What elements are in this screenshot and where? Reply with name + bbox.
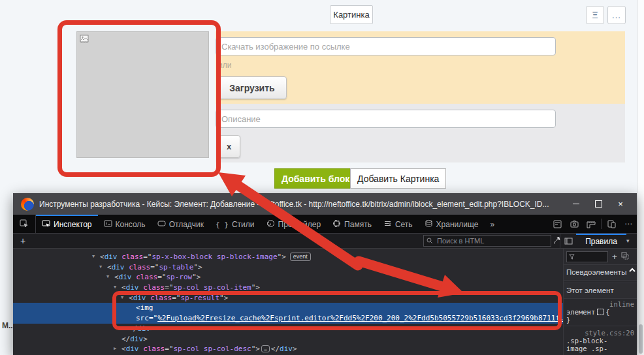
- tab-Сеть[interactable]: Сеть: [378, 215, 419, 233]
- firefox-icon: [21, 198, 34, 211]
- block-menu-button[interactable]: Ξ: [586, 6, 604, 24]
- search-box[interactable]: [423, 235, 551, 247]
- rule-source-link[interactable]: style.css:20: [566, 329, 634, 337]
- expand-arrow-icon[interactable]: ▼: [92, 252, 95, 262]
- stylesheet-rule: style.css:20 .sp-block- image .sp-: [564, 326, 637, 352]
- devtools-window: Инструменты разработчика - Кейсы: Элемен…: [13, 193, 637, 355]
- add-block-button[interactable]: Добавить блок: [274, 168, 357, 189]
- tab-Инспектор[interactable]: Инспектор: [36, 215, 98, 233]
- devtools-toolbar-icons: ⋯: [549, 215, 637, 233]
- more-tabs-chevron[interactable]: »: [484, 215, 500, 233]
- network-icon: [383, 219, 392, 230]
- code-token: <: [114, 273, 119, 281]
- block-title-picture[interactable]: Картинка: [330, 5, 373, 24]
- code-token: =": [150, 263, 159, 271]
- inspector-toolbar: + Правила ▾: [13, 234, 637, 249]
- storage-icon: [425, 219, 433, 230]
- divider: [601, 219, 602, 229]
- code-token: ">: [251, 345, 260, 353]
- html-tree-line[interactable]: ▼<div class="sp-x-box-block sp-block-ima…: [13, 252, 563, 262]
- code-token: ">: [278, 253, 286, 261]
- block-more-button[interactable]: ...: [607, 6, 626, 24]
- pseudo-elements-header[interactable]: Псевдоэлементы: [564, 265, 637, 281]
- close-button[interactable]: ×: [609, 196, 632, 212]
- upload-button[interactable]: Загрузить: [217, 76, 287, 99]
- code-token: class: [143, 345, 165, 353]
- add-rule-button[interactable]: +: [612, 252, 617, 262]
- tab-label: Сеть: [395, 220, 413, 229]
- hamburger-icon: Ξ: [592, 10, 598, 20]
- highlight-target-icon[interactable]: [597, 309, 604, 315]
- expand-arrow-icon[interactable]: ▶: [114, 344, 116, 354]
- collapsed-content-badge[interactable]: …: [261, 345, 270, 352]
- rule-source[interactable]: inline: [566, 300, 634, 308]
- code-token: <: [121, 345, 126, 353]
- remove-block-button[interactable]: x: [217, 135, 240, 158]
- screenshot-camera-icon[interactable]: [566, 215, 583, 233]
- meatball-menu-icon[interactable]: ⋯: [620, 215, 637, 233]
- tab-label: Отладчик: [169, 220, 204, 229]
- responsive-mode-icon[interactable]: [603, 215, 620, 233]
- rule-selector-line1[interactable]: .sp-block-: [566, 337, 634, 345]
- maximize-button[interactable]: [587, 196, 609, 212]
- search-icon: [427, 238, 433, 244]
- code-token: =": [143, 253, 152, 261]
- element-picker-button[interactable]: [13, 215, 36, 233]
- rules-filter-row: +: [564, 249, 637, 265]
- code-token: class: [121, 253, 143, 261]
- print-media-icon[interactable]: [621, 252, 629, 261]
- tab-Профайлер[interactable]: Профайлер: [261, 215, 327, 233]
- html-tree-line[interactable]: ▼<div class="sp-row">: [13, 272, 563, 283]
- html-tree-line[interactable]: </div>: [13, 334, 563, 345]
- expand-arrow-icon[interactable]: ▼: [106, 272, 109, 283]
- minimize-button[interactable]: [565, 196, 587, 212]
- page-scrollbar[interactable]: [637, 0, 644, 355]
- memory-icon: [332, 219, 341, 230]
- code-token: </: [271, 345, 280, 353]
- tab-Консоль[interactable]: Консоль: [98, 215, 152, 233]
- page-scrollbar-thumb[interactable]: [639, 324, 643, 354]
- code-token: div: [112, 263, 125, 271]
- chevron-down-icon[interactable]: ▾: [626, 238, 637, 244]
- code-token: >: [143, 335, 148, 343]
- description-input[interactable]: [216, 110, 556, 128]
- tab-Хранилище[interactable]: Хранилище: [419, 215, 485, 233]
- create-node-button[interactable]: +: [13, 236, 33, 246]
- filter-styles-input[interactable]: [566, 251, 608, 262]
- expand-arrow-icon[interactable]: ▼: [99, 262, 102, 273]
- code-token: >: [293, 345, 297, 353]
- code-token: </: [121, 335, 130, 343]
- scroll-up-arrow[interactable]: [629, 266, 636, 274]
- rule-selector[interactable]: элемент{: [566, 308, 634, 316]
- maximize-icon: [595, 200, 602, 208]
- code-token: class: [136, 273, 157, 281]
- measure-ruler-icon[interactable]: [583, 215, 600, 233]
- devtools-titlebar[interactable]: Инструменты разработчика - Кейсы: Элемен…: [13, 193, 637, 215]
- html-tree-line[interactable]: ▼<div class="sp-table">: [13, 262, 563, 273]
- tab-Отладчик[interactable]: Отладчик: [152, 215, 210, 233]
- code-token: div: [130, 335, 143, 343]
- sidebar-header: Правила ▾: [560, 234, 637, 248]
- ellipsis-icon: ...: [612, 10, 621, 20]
- braces-icon: { }: [216, 220, 229, 229]
- tab-label: Инспектор: [54, 220, 92, 229]
- devtools-tabbar: ИнспекторКонсольОтладчик{ }СтилиПрофайле…: [13, 215, 637, 234]
- add-picture-button[interactable]: Добавить Картинка: [350, 168, 446, 189]
- rule-selector-line2[interactable]: image .sp-: [566, 345, 634, 352]
- code-token: sp-table: [159, 263, 194, 271]
- screen: Картинка Ξ ... или Загрузить x Добавить …: [0, 0, 644, 355]
- picker-icon: [20, 219, 29, 228]
- this-element-header[interactable]: Этот элемент: [564, 283, 637, 299]
- tab-Память[interactable]: Память: [327, 215, 378, 233]
- tab-Стили[interactable]: { }Стили: [210, 215, 260, 233]
- html-tree-line[interactable]: ▶<div class="sp-col sp-col-desc">…</div>: [13, 344, 563, 354]
- event-badge[interactable]: event: [290, 253, 311, 261]
- image-url-input[interactable]: [216, 37, 556, 55]
- code-token: =": [165, 345, 173, 353]
- code-token: div: [126, 345, 139, 353]
- split-console-icon[interactable]: [549, 215, 566, 233]
- search-input[interactable]: [436, 236, 548, 245]
- tab-rules[interactable]: Правила: [576, 234, 626, 248]
- clipped-page-text: М...: [2, 321, 12, 330]
- sidebar-toggle-icon[interactable]: [560, 238, 576, 245]
